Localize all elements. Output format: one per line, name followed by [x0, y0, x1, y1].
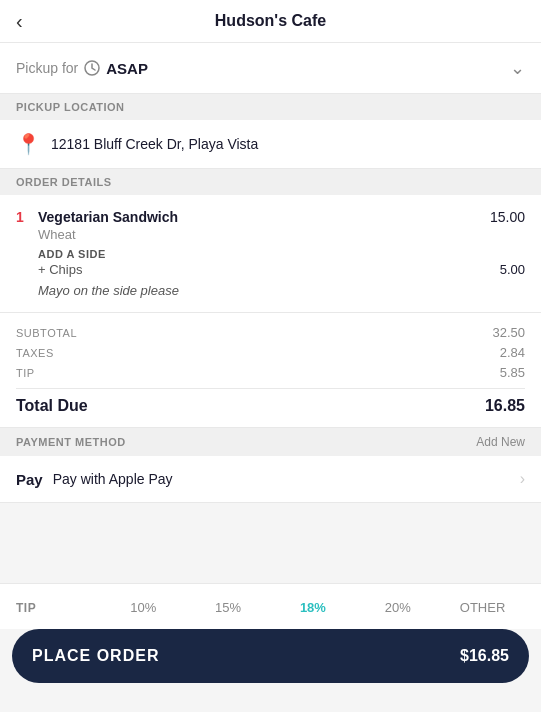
tip-options: TIP 10% 15% 18% 20% OTHER — [16, 596, 525, 619]
tip-option-other[interactable]: OTHER — [440, 596, 525, 619]
total-due-row: Total Due 16.85 — [16, 388, 525, 415]
place-order-label: PLACE ORDER — [32, 647, 159, 665]
pickup-left: Pickup for ASAP — [16, 60, 148, 77]
taxes-row: TAXES 2.84 — [16, 345, 525, 360]
tip-label: TIP — [16, 367, 35, 379]
payment-row[interactable]: Pay Pay with Apple Pay › — [0, 456, 541, 503]
order-details: 1 Vegetarian Sandwich 15.00 Wheat ADD A … — [0, 195, 541, 313]
tip-bar-label: TIP — [16, 601, 101, 615]
pickup-for-label: Pickup for — [16, 60, 78, 76]
item-name: Vegetarian Sandwich — [38, 209, 178, 225]
payment-left: Pay Pay with Apple Pay — [16, 471, 173, 488]
taxes-value: 2.84 — [500, 345, 525, 360]
special-instructions: Mayo on the side please — [38, 283, 525, 298]
tip-option-15[interactable]: 15% — [186, 596, 271, 619]
side-row: + Chips 5.00 — [38, 262, 525, 277]
place-order-total: $16.85 — [460, 647, 509, 665]
header: ‹ Hudson's Cafe — [0, 0, 541, 43]
tip-option-20[interactable]: 20% — [355, 596, 440, 619]
total-due-label: Total Due — [16, 397, 88, 415]
add-side-label: ADD A SIDE — [38, 248, 525, 260]
item-price: 15.00 — [490, 209, 525, 225]
subtotal-value: 32.50 — [492, 325, 525, 340]
side-name: + Chips — [38, 262, 82, 277]
payment-method-label: Pay with Apple Pay — [53, 471, 173, 487]
back-button[interactable]: ‹ — [16, 10, 23, 33]
item-qty: 1 — [16, 209, 28, 225]
spacer — [0, 503, 541, 583]
order-details-section-header: ORDER DETAILS — [0, 169, 541, 195]
totals-section: SUBTOTAL 32.50 TAXES 2.84 TIP 5.85 Total… — [0, 313, 541, 428]
chevron-right-icon: › — [520, 470, 525, 488]
tip-value: 5.85 — [500, 365, 525, 380]
tip-option-10[interactable]: 10% — [101, 596, 186, 619]
tip-option-18[interactable]: 18% — [270, 596, 355, 619]
pickup-location-section-header: PICKUP LOCATION — [0, 94, 541, 120]
order-item-left: 1 Vegetarian Sandwich — [16, 209, 178, 225]
location-address: 12181 Bluff Creek Dr, Playa Vista — [51, 136, 258, 152]
place-order-button[interactable]: PLACE ORDER $16.85 — [12, 629, 529, 683]
pickup-asap: ASAP — [106, 60, 148, 77]
tip-bar: TIP 10% 15% 18% 20% OTHER — [0, 583, 541, 629]
order-item-row: 1 Vegetarian Sandwich 15.00 — [16, 209, 525, 225]
total-due-value: 16.85 — [485, 397, 525, 415]
subtotal-label: SUBTOTAL — [16, 327, 77, 339]
chevron-down-icon: ⌄ — [510, 57, 525, 79]
header-title: Hudson's Cafe — [215, 12, 326, 30]
add-new-link[interactable]: Add New — [476, 435, 525, 449]
apple-pay-icon: Pay — [16, 471, 43, 488]
payment-section-header: PAYMENT METHOD Add New — [0, 428, 541, 456]
subtotal-row: SUBTOTAL 32.50 — [16, 325, 525, 340]
tip-row: TIP 5.85 — [16, 365, 525, 380]
pickup-row[interactable]: Pickup for ASAP ⌄ — [0, 43, 541, 94]
pin-icon: 📍 — [16, 134, 41, 154]
pickup-location-row: 📍 12181 Bluff Creek Dr, Playa Vista — [0, 120, 541, 169]
side-price: 5.00 — [500, 262, 525, 277]
clock-icon — [84, 60, 100, 76]
taxes-label: TAXES — [16, 347, 54, 359]
item-variant: Wheat — [38, 227, 525, 242]
